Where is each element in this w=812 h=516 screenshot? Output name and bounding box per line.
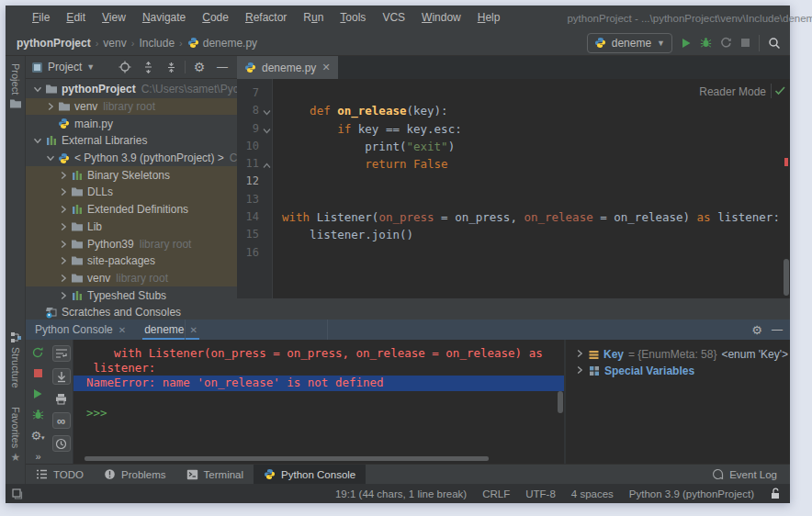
menu-edit[interactable]: Edit (58, 6, 94, 30)
run-button[interactable] (681, 38, 692, 49)
tree-row-typeshed-stubs[interactable]: Typeshed Stubs (26, 286, 237, 304)
breadcrumb-item[interactable]: deneme.py (187, 37, 257, 50)
tree-collapsed-chevron-icon[interactable] (57, 171, 69, 180)
lock-open-icon[interactable] (770, 488, 781, 499)
menu-tools[interactable]: Tools (332, 6, 374, 30)
menu-view[interactable]: View (94, 6, 134, 30)
tree-row-site-packages[interactable]: site-packages (26, 252, 237, 270)
tree-row-lib[interactable]: Lib (26, 219, 237, 236)
tree-expanded-chevron-icon[interactable] (31, 136, 43, 145)
error-stripe-marker[interactable] (784, 158, 788, 166)
console-tab-python-console[interactable]: Python Console ✕ (26, 320, 135, 340)
variable-row-key[interactable]: Key = {EnumMeta: 58} <enum 'Key'> (566, 346, 790, 363)
tree-expanded-chevron-icon[interactable] (44, 153, 56, 163)
expand-all-button[interactable] (139, 58, 157, 76)
sidebar-item-project[interactable]: Project (6, 63, 26, 109)
stop-button[interactable] (28, 366, 47, 381)
close-tab-icon[interactable]: ✕ (321, 62, 330, 73)
status-segment[interactable]: 4 spaces (571, 488, 614, 499)
console-output[interactable]: with Listener(on_press = on_press, on_re… (73, 340, 564, 464)
editor-body[interactable]: 78910111213141516 def on_release(key): i… (237, 79, 790, 298)
tool-window-button-terminal[interactable]: Terminal (176, 465, 254, 485)
select-opened-file-button[interactable] (116, 58, 134, 76)
menu-window[interactable]: Window (413, 6, 469, 30)
tree-collapsed-chevron-icon[interactable] (57, 291, 69, 300)
collapse-all-button[interactable] (162, 58, 180, 76)
coverage-button[interactable] (720, 37, 732, 49)
tool-window-switcher-icon[interactable] (6, 488, 23, 499)
sidebar-item-favorites[interactable]: Favorites ★ (6, 407, 26, 463)
menu-file[interactable]: File (24, 6, 58, 30)
tree-row-python39[interactable]: Python39library root (26, 235, 237, 252)
menu-vcs[interactable]: VCS (374, 6, 413, 30)
console-vscrollbar[interactable] (558, 391, 563, 413)
breadcrumb-item[interactable]: pythonProject (17, 37, 91, 50)
hide-console-button[interactable]: — (772, 323, 783, 336)
tree-collapsed-chevron-icon[interactable] (57, 205, 69, 214)
soft-wrap-button[interactable] (52, 345, 71, 362)
debug-button[interactable] (700, 37, 712, 49)
breadcrumb-item[interactable]: Include (139, 37, 175, 50)
search-everywhere-button[interactable] (768, 37, 781, 50)
tool-window-button-python-console[interactable]: Python Console (254, 465, 366, 485)
hide-panel-button[interactable]: — (213, 58, 231, 76)
tree-row--python-3-9-pythonproject-[interactable]: < Python 3.9 (pythonProject) >C:\Us (26, 150, 237, 167)
show-variables-button[interactable]: ∞ (52, 412, 71, 429)
tree-row-external-libraries[interactable]: External Libraries (26, 132, 237, 150)
run-button[interactable] (28, 387, 47, 401)
run-configuration-select[interactable]: deneme ▼ (587, 33, 672, 53)
tree-collapsed-chevron-icon[interactable] (575, 365, 584, 377)
stop-button[interactable] (740, 38, 750, 48)
tree-collapsed-chevron-icon[interactable] (575, 348, 584, 361)
tree-row-main-py[interactable]: main.py (26, 115, 237, 132)
menu-help[interactable]: Help (469, 6, 509, 30)
editor-scrollbar[interactable] (784, 259, 789, 296)
status-segment[interactable]: CRLF (482, 488, 510, 499)
reader-mode-label[interactable]: Reader Mode (699, 85, 766, 98)
tree-row-extended-definitions[interactable]: Extended Definitions (26, 201, 237, 219)
sidebar-item-structure[interactable]: Structure (6, 331, 26, 388)
status-segment[interactable]: UTF-8 (525, 488, 556, 499)
tree-collapsed-chevron-icon[interactable] (57, 222, 69, 231)
menu-navigate[interactable]: Navigate (134, 6, 194, 30)
inspections-ok-icon[interactable] (774, 85, 786, 95)
gear-icon[interactable]: ⚙ (190, 58, 209, 76)
tree-expanded-chevron-icon[interactable] (31, 84, 43, 94)
console-hscrollbar[interactable] (85, 456, 489, 461)
console-tab-deneme[interactable]: deneme ✕ (135, 320, 207, 340)
breadcrumb-item[interactable]: venv (103, 37, 126, 50)
tree-collapsed-chevron-icon[interactable] (57, 240, 69, 249)
more-button[interactable]: » (28, 449, 47, 464)
tree-row-binary-skeletons[interactable]: Binary Skeletons (26, 166, 237, 184)
tree-row-dlls[interactable]: DLLs (26, 184, 237, 201)
menu-code[interactable]: Code (194, 6, 237, 30)
rerun-button[interactable] (28, 345, 47, 360)
menu-run[interactable]: Run (295, 6, 332, 30)
scroll-to-end-button[interactable] (52, 368, 71, 385)
menu-refactor[interactable]: Refactor (237, 6, 295, 30)
close-tab-icon[interactable]: ✕ (118, 325, 126, 335)
tree-row-venv[interactable]: venvlibrary root (26, 98, 237, 116)
debug-button[interactable] (28, 408, 47, 422)
variable-row-special-variables[interactable]: Special Variables (566, 363, 790, 379)
history-button[interactable] (52, 435, 71, 452)
tree-row-venv[interactable]: venvlibrary root (26, 270, 237, 287)
editor-code-area[interactable]: def on_release(key): if key == key.esc: … (272, 79, 790, 298)
event-log-button[interactable]: Event Log (712, 468, 790, 480)
status-segment[interactable]: Python 3.9 (pythonProject) (629, 488, 754, 499)
print-button[interactable] (52, 391, 71, 406)
settings-button[interactable]: ⚙▾ (28, 429, 47, 443)
tool-window-button-problems[interactable]: Problems (94, 465, 176, 485)
tree-row-pythonproject[interactable]: pythonProjectC:\Users\samet\Pycharm (26, 81, 237, 98)
tree-row-scratches-and-consoles[interactable]: Scratches and Consoles (26, 304, 237, 320)
tree-collapsed-chevron-icon[interactable] (57, 274, 69, 283)
project-panel-title[interactable]: Project (48, 61, 82, 73)
tree-collapsed-chevron-icon[interactable] (57, 187, 69, 196)
editor-tab-deneme[interactable]: deneme.py ✕ (237, 56, 338, 79)
gear-icon[interactable]: ⚙ (751, 324, 762, 336)
tool-window-button-todo[interactable]: TODO (26, 465, 94, 485)
status-segment[interactable]: 19:1 (44 chars, 1 line break) (335, 488, 467, 499)
tree-collapsed-chevron-icon[interactable] (57, 256, 69, 265)
close-tab-icon[interactable]: ✕ (190, 325, 197, 335)
tree-collapsed-chevron-icon[interactable] (44, 102, 56, 111)
